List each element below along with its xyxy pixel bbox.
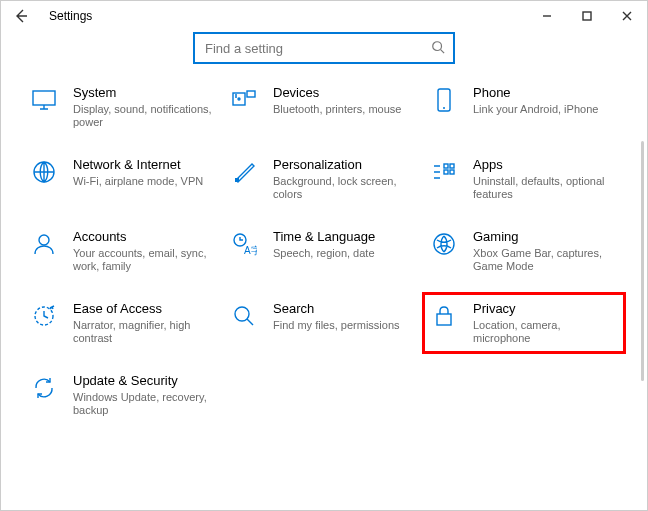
- paint-icon: [229, 157, 259, 187]
- tile-label: Apps: [473, 157, 613, 173]
- search-cat-icon: [229, 301, 259, 331]
- tile-accounts[interactable]: AccountsYour accounts, email, sync, work…: [29, 229, 219, 273]
- maximize-icon: [582, 11, 592, 21]
- tile-label: Search: [273, 301, 400, 317]
- person-icon: [29, 229, 59, 259]
- search-container: [1, 33, 647, 63]
- tile-network[interactable]: Network & InternetWi-Fi, airplane mode, …: [29, 157, 219, 201]
- svg-point-13: [39, 235, 49, 245]
- tile-label: Phone: [473, 85, 598, 101]
- svg-rect-19: [437, 314, 451, 325]
- tile-sub: Narrator, magnifier, high contrast: [73, 319, 213, 345]
- tile-sub: Windows Update, recovery, backup: [73, 391, 213, 417]
- svg-rect-11: [444, 170, 448, 174]
- search-icon: [431, 40, 445, 57]
- ease-of-access-icon: [29, 301, 59, 331]
- tile-sub: Your accounts, email, sync, work, family: [73, 247, 213, 273]
- back-arrow-icon: [13, 8, 29, 24]
- titlebar: Settings: [1, 1, 647, 31]
- gaming-icon: [429, 229, 459, 259]
- tile-label: System: [73, 85, 213, 101]
- window-controls: [527, 1, 647, 31]
- svg-text:A字: A字: [244, 245, 257, 256]
- minimize-icon: [542, 11, 552, 21]
- devices-icon: [229, 85, 259, 115]
- tile-search[interactable]: SearchFind my files, permissions: [229, 301, 419, 345]
- tile-sub: Display, sound, notifications, power: [73, 103, 213, 129]
- tile-system[interactable]: SystemDisplay, sound, notifications, pow…: [29, 85, 219, 129]
- tile-phone[interactable]: PhoneLink your Android, iPhone: [429, 85, 619, 129]
- tile-ease-of-access[interactable]: Ease of AccessNarrator, magnifier, high …: [29, 301, 219, 345]
- svg-point-18: [235, 307, 249, 321]
- svg-rect-10: [450, 164, 454, 168]
- tile-devices[interactable]: DevicesBluetooth, printers, mouse: [229, 85, 419, 129]
- globe-icon: [29, 157, 59, 187]
- tile-label: Personalization: [273, 157, 413, 173]
- tile-privacy[interactable]: PrivacyLocation, camera, microphone: [422, 292, 626, 354]
- apps-icon: [429, 157, 459, 187]
- search-box[interactable]: [194, 33, 454, 63]
- tile-label: Ease of Access: [73, 301, 213, 317]
- tile-sub: Wi-Fi, airplane mode, VPN: [73, 175, 203, 188]
- close-icon: [622, 11, 632, 21]
- close-button[interactable]: [607, 1, 647, 31]
- tile-gaming[interactable]: GamingXbox Game Bar, captures, Game Mode: [429, 229, 619, 273]
- phone-icon: [429, 85, 459, 115]
- svg-point-5: [238, 98, 240, 100]
- lock-icon: [429, 301, 459, 331]
- tile-label: Network & Internet: [73, 157, 203, 173]
- svg-point-1: [433, 41, 442, 50]
- tile-sub: Link your Android, iPhone: [473, 103, 598, 116]
- minimize-button[interactable]: [527, 1, 567, 31]
- tile-sub: Location, camera, microphone: [473, 319, 613, 345]
- tile-update-security[interactable]: Update & SecurityWindows Update, recover…: [29, 373, 219, 417]
- tile-sub: Speech, region, date: [273, 247, 375, 260]
- tile-apps[interactable]: AppsUninstall, defaults, optional featur…: [429, 157, 619, 201]
- tile-label: Update & Security: [73, 373, 213, 389]
- tile-sub: Background, lock screen, colors: [273, 175, 413, 201]
- tile-sub: Find my files, permissions: [273, 319, 400, 332]
- tile-sub: Bluetooth, printers, mouse: [273, 103, 401, 116]
- tile-time-language[interactable]: A字 Time & LanguageSpeech, region, date: [229, 229, 419, 273]
- tile-label: Accounts: [73, 229, 213, 245]
- tile-label: Devices: [273, 85, 401, 101]
- system-icon: [29, 85, 59, 115]
- window-title: Settings: [49, 9, 92, 23]
- tile-label: Time & Language: [273, 229, 375, 245]
- time-language-icon: A字: [229, 229, 259, 259]
- update-icon: [29, 373, 59, 403]
- search-input[interactable]: [203, 40, 431, 57]
- settings-window: Settings SystemDisplay, sound, notificat…: [0, 0, 648, 511]
- svg-rect-8: [235, 178, 239, 182]
- scrollbar[interactable]: [641, 141, 644, 381]
- svg-rect-0: [583, 12, 591, 20]
- categories-grid: SystemDisplay, sound, notifications, pow…: [1, 85, 647, 417]
- tile-personalization[interactable]: PersonalizationBackground, lock screen, …: [229, 157, 419, 201]
- back-button[interactable]: [1, 1, 41, 31]
- maximize-button[interactable]: [567, 1, 607, 31]
- tile-label: Gaming: [473, 229, 613, 245]
- svg-rect-4: [247, 91, 255, 97]
- svg-rect-2: [33, 91, 55, 105]
- tile-label: Privacy: [473, 301, 613, 317]
- tile-sub: Xbox Game Bar, captures, Game Mode: [473, 247, 613, 273]
- svg-rect-12: [450, 170, 454, 174]
- tile-sub: Uninstall, defaults, optional features: [473, 175, 613, 201]
- svg-rect-3: [233, 93, 245, 105]
- svg-rect-9: [444, 164, 448, 168]
